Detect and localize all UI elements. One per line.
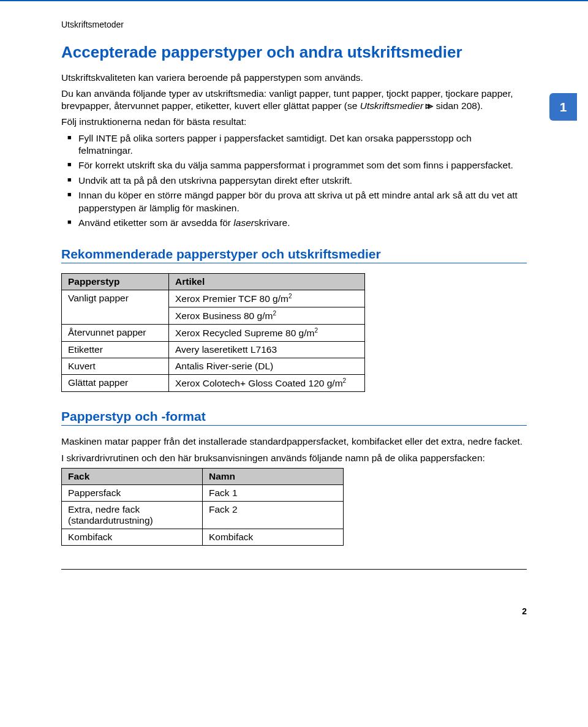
cell: Fack 1 (203, 484, 344, 501)
table-row: Etiketter Avery laseretikett L7163 (62, 342, 365, 358)
cell: Fack 2 (203, 501, 344, 529)
page-title: Accepterade papperstyper och andra utskr… (61, 43, 527, 62)
list-item: Innan du köper en större mängd papper bö… (70, 189, 527, 214)
sup: 2 (314, 327, 318, 334)
section-heading-format: Papperstyp och -format (61, 409, 527, 426)
breadcrumb: Utskriftsmetoder (61, 20, 527, 29)
cell: Kombifack (62, 529, 203, 545)
sup: 2 (343, 377, 347, 384)
table-row: Glättat papper Xerox Colotech+ Gloss Coa… (62, 375, 365, 392)
cell: Avery laseretikett L7163 (169, 342, 365, 358)
chapter-tab: 1 (549, 93, 577, 121)
list-item: Undvik att ta på på den utskrivna papper… (70, 175, 527, 187)
th-papperstyp: Papperstyp (62, 273, 169, 290)
th-artikel: Artikel (169, 273, 365, 290)
table-header-row: Papperstyp Artikel (62, 273, 365, 290)
follow-heading: Följ instruktionerna nedan för bästa res… (61, 116, 527, 128)
sup: 2 (288, 293, 292, 299)
intro-paragraph-1: Utskriftskvaliteten kan variera beroende… (61, 72, 527, 84)
cell: Glättat papper (62, 375, 169, 392)
cell: Extra, nedre fack (standardutrustning) (62, 501, 203, 529)
intro2-link-text: Utskriftsmedier (360, 100, 423, 111)
cell: Xerox Business 80 g/m2 (169, 307, 365, 324)
format-paragraph-1: Maskinen matar papper från det installer… (61, 435, 527, 448)
intro2-part-c: sidan 208). (433, 100, 483, 111)
th-fack: Fack (62, 468, 203, 484)
page-content: 1 Utskriftsmetoder Accepterade pappersty… (0, 20, 588, 569)
table-row: Kuvert Antalis River-serie (DL) (62, 358, 365, 375)
table-row: Kombifack Kombifack (62, 529, 344, 545)
list-item: För korrekt utskrift ska du välja samma … (70, 159, 527, 171)
list-item: Använd etiketter som är avsedda för lase… (70, 217, 527, 229)
cell: Kuvert (62, 358, 169, 375)
th-namn: Namn (203, 468, 344, 484)
li5-a: Använd etiketter som är avsedda för (78, 217, 233, 228)
cell: Vanligt papper (62, 290, 169, 324)
cell: Återvunnet papper (62, 325, 169, 342)
table-row: Extra, nedre fack (standardutrustning) F… (62, 501, 344, 529)
cell: Xerox Colotech+ Gloss Coated 120 g/m2 (169, 375, 365, 392)
cell-text: Xerox Business 80 g/m (175, 311, 273, 321)
cell-text: Xerox Recycled Supreme 80 g/m (175, 328, 314, 338)
cell-text: Xerox Colotech+ Gloss Coated 120 g/m (175, 378, 343, 388)
cell: Kombifack (203, 529, 344, 545)
cell: Xerox Premier TCF 80 g/m2 (169, 290, 365, 307)
li5-b: skrivare. (254, 217, 290, 228)
cell: Etiketter (62, 342, 169, 358)
list-item: Fyll INTE på olika sorters papper i papp… (70, 132, 527, 157)
intro-paragraph-2: Du kan använda följande typer av utskrif… (61, 88, 527, 112)
top-rule (0, 0, 588, 1)
tray-names-table: Fack Namn Pappersfack Fack 1 Extra, nedr… (61, 468, 344, 546)
footer-rule (61, 569, 527, 570)
cell: Xerox Recycled Supreme 80 g/m2 (169, 325, 365, 342)
table-row: Vanligt papper Xerox Premier TCF 80 g/m2 (62, 290, 365, 307)
format-paragraph-2: I skrivardrivrutinen och den här bruksan… (61, 452, 527, 464)
li5-italic: laser (233, 217, 254, 228)
paper-types-table: Papperstyp Artikel Vanligt papper Xerox … (61, 273, 365, 393)
sup: 2 (273, 310, 276, 317)
xref-icon: ▹▹ (426, 100, 433, 111)
table-row: Återvunnet papper Xerox Recycled Supreme… (62, 325, 365, 342)
section-heading-recommended: Rekommenderade papperstyper och utskrift… (61, 247, 527, 263)
cell: Antalis River-serie (DL) (169, 358, 365, 375)
page-number: 2 (61, 606, 527, 616)
cell-text: Xerox Premier TCF 80 g/m (175, 293, 288, 304)
table-header-row: Fack Namn (62, 468, 344, 484)
instruction-list: Fyll INTE på olika sorters papper i papp… (61, 132, 527, 230)
table-row: Pappersfack Fack 1 (62, 484, 344, 501)
cell: Pappersfack (62, 484, 203, 501)
